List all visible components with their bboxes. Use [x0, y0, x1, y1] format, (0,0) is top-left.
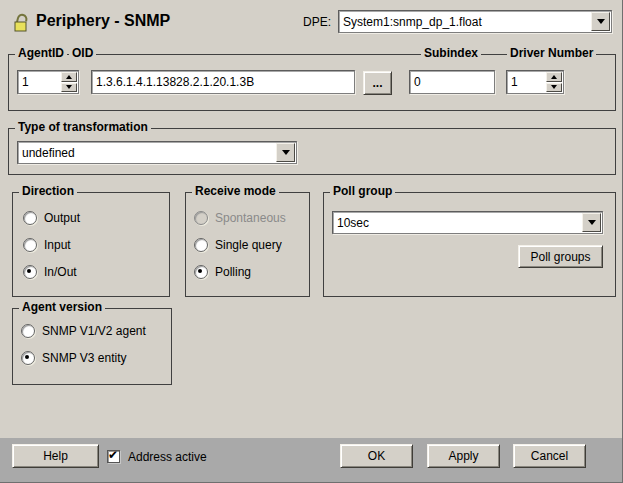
apply-button[interactable]: Apply: [427, 444, 500, 468]
oid-input[interactable]: 1.3.6.1.4.1.13828.2.1.20.1.3B: [91, 70, 355, 94]
dpe-combobox-value: System1:snmp_dp_1.float: [339, 15, 590, 29]
periphery-snmp-dialog: Periphery - SNMP DPE: System1:snmp_dp_1.…: [0, 0, 623, 483]
subindex-label: Subindex: [421, 47, 481, 60]
driver-number-spin-down-button[interactable]: [546, 83, 562, 93]
agent-id-label: AgentID: [15, 47, 67, 60]
receive-mode-groupbox: Receive mode Spontaneous Single query Po…: [185, 192, 310, 297]
poll-group-combobox[interactable]: 10sec: [332, 211, 603, 234]
spin-up-icon: [66, 75, 72, 79]
radio-direction-output[interactable]: Output: [23, 211, 80, 225]
ok-button[interactable]: OK: [340, 444, 413, 468]
agent-id-spin-down-button[interactable]: [61, 83, 77, 93]
radio-icon: [23, 265, 37, 279]
poll-group-label: Poll group: [330, 185, 395, 198]
transformation-combobox[interactable]: undefined: [17, 141, 297, 164]
radio-icon: [21, 324, 35, 338]
driver-number-spin-up-button[interactable]: [546, 72, 562, 82]
dpe-dropdown-button[interactable]: [591, 12, 610, 31]
direction-label: Direction: [19, 185, 77, 198]
radio-icon: [21, 351, 35, 365]
padlock-icon: [12, 10, 30, 37]
transformation-label: Type of transformation: [15, 121, 151, 134]
spin-up-icon: [551, 75, 557, 79]
address-groupbox: AgentID OID Subindex Driver Number 1 1.3…: [8, 54, 616, 111]
radio-agent-v3[interactable]: SNMP V3 entity: [21, 351, 126, 365]
dpe-combobox[interactable]: System1:snmp_dp_1.float: [338, 10, 612, 33]
radio-icon: [23, 238, 37, 252]
address-active-checkbox[interactable]: ✔: [107, 450, 120, 463]
radio-direction-input[interactable]: Input: [23, 238, 71, 252]
page-title: Periphery - SNMP: [36, 12, 170, 30]
driver-number-label: Driver Number: [507, 47, 596, 60]
radio-receive-single-query[interactable]: Single query: [194, 238, 282, 252]
oid-browse-button[interactable]: ...: [363, 71, 392, 95]
poll-groups-button[interactable]: Poll groups: [518, 245, 603, 268]
agent-id-spin-up-button[interactable]: [61, 72, 77, 82]
radio-icon: [194, 211, 208, 225]
radio-receive-spontaneous[interactable]: Spontaneous: [194, 211, 286, 225]
dpe-label: DPE:: [303, 15, 331, 29]
dropdown-arrow-icon: [282, 150, 290, 155]
spin-down-icon: [551, 85, 557, 89]
footer-bar: Help ✔ Address active OK Apply Cancel: [0, 438, 623, 483]
dropdown-arrow-icon: [597, 19, 605, 24]
direction-groupbox: Direction Output Input In/Out: [12, 192, 170, 297]
subindex-input[interactable]: 0: [409, 70, 495, 94]
radio-agent-v1v2[interactable]: SNMP V1/V2 agent: [21, 324, 146, 338]
help-button[interactable]: Help: [12, 444, 99, 468]
agent-version-groupbox: Agent version SNMP V1/V2 agent SNMP V3 e…: [12, 308, 172, 385]
agent-id-value: 1: [18, 71, 60, 93]
radio-icon: [23, 211, 37, 225]
transformation-dropdown-button[interactable]: [276, 143, 295, 162]
spin-down-icon: [66, 85, 72, 89]
agent-version-label: Agent version: [19, 301, 105, 314]
poll-group-groupbox: Poll group 10sec Poll groups: [323, 192, 616, 297]
radio-direction-inout[interactable]: In/Out: [23, 265, 77, 279]
poll-group-value: 10sec: [333, 216, 581, 230]
agent-id-spinbox[interactable]: 1: [17, 70, 79, 94]
cancel-button[interactable]: Cancel: [513, 444, 586, 468]
receive-mode-label: Receive mode: [192, 185, 279, 198]
driver-number-spinbox[interactable]: 1: [506, 70, 564, 94]
address-active-label: Address active: [128, 450, 207, 464]
radio-icon: [194, 265, 208, 279]
oid-label: OID: [69, 47, 96, 60]
radio-icon: [194, 238, 208, 252]
transformation-groupbox: Type of transformation undefined: [8, 128, 616, 175]
driver-number-value: 1: [507, 71, 545, 93]
poll-group-dropdown-button[interactable]: [582, 213, 601, 232]
check-icon: ✔: [108, 449, 118, 462]
transformation-value: undefined: [18, 146, 275, 160]
dropdown-arrow-icon: [588, 220, 596, 225]
radio-receive-polling[interactable]: Polling: [194, 265, 251, 279]
